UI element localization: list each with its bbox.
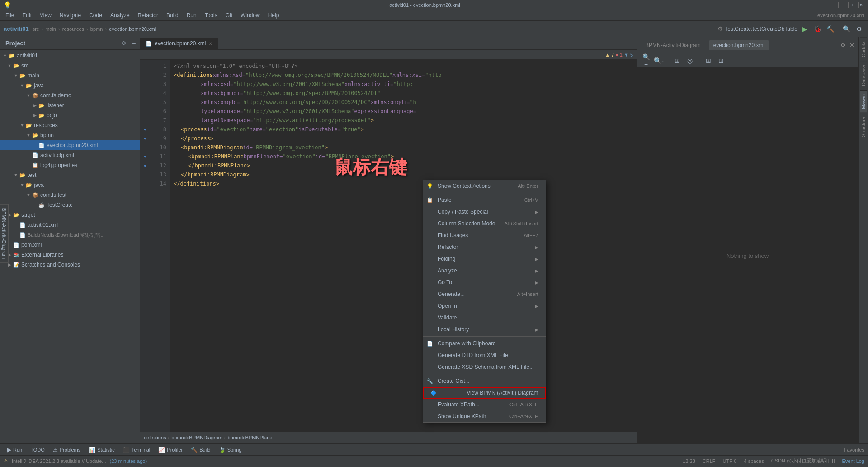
ctx-show-unique-xpath[interactable]: Show Unique XPath Ctrl+Alt+X, P [423, 410, 546, 422]
actual-size-btn[interactable]: ◎ [684, 55, 695, 66]
tree-item-bpmn[interactable]: ▼ 📂 bpmn [0, 130, 140, 140]
bottom-tool-run[interactable]: ▶ Run [4, 445, 26, 455]
ctx-folding[interactable]: Folding ▶ [423, 253, 546, 265]
menu-run[interactable]: Run [183, 11, 200, 19]
tree-item-pom[interactable]: 📄 pom.xml [0, 240, 140, 250]
ctx-find-usages[interactable]: Find Usages Alt+F7 [423, 229, 546, 241]
breadcrumb-bpmn-plane[interactable]: bpmndi:BPMNPlane [227, 435, 272, 440]
run-config-name[interactable]: TestCreate.testCreateDbTable [725, 26, 797, 32]
menu-git[interactable]: Git [222, 11, 236, 19]
side-tab-maven[interactable]: Maven [860, 90, 867, 113]
ctx-generate-dtd[interactable]: Generate DTD from XML File [423, 349, 546, 361]
right-tab-bpmn[interactable]: BPMN-Activiti-Diagram [641, 40, 705, 50]
menu-window[interactable]: Window [237, 11, 264, 19]
editor-tab-evection[interactable]: 📄 evection.bpmn20.xml ✕ [140, 38, 218, 49]
bottom-tool-problems[interactable]: ⚠ Problems [49, 445, 84, 455]
sidebar-minimize-btn[interactable]: ─ [130, 39, 138, 48]
maximize-button[interactable]: □ [848, 2, 854, 8]
menu-navigate[interactable]: Navigate [56, 11, 85, 19]
tree-item-scratches[interactable]: ▶ 📝 Scratches and Consoles [0, 260, 140, 270]
menu-tools[interactable]: Tools [201, 11, 221, 19]
menu-help[interactable]: Help [264, 11, 283, 19]
debug-button[interactable]: 🐞 [812, 24, 823, 34]
zoom-in-btn[interactable]: 🔍+ [641, 55, 651, 66]
ctx-paste[interactable]: 📋 Paste Ctrl+V [423, 194, 546, 206]
tree-item-ext-libs[interactable]: ▶ 📚 External Libraries [0, 250, 140, 260]
tree-item-evection-xml[interactable]: 📄 evection.bpmn20.xml [0, 140, 140, 150]
right-panel-close[interactable]: ✕ [849, 42, 854, 48]
menu-view[interactable]: View [36, 11, 55, 19]
bottom-tool-statistic[interactable]: 📊 Statistic [85, 445, 118, 455]
sidebar-settings-btn[interactable]: ⚙ [120, 39, 128, 48]
menu-code[interactable]: Code [85, 11, 106, 19]
tree-item-java-test[interactable]: ▼ 📂 java [0, 180, 140, 190]
status-event-log[interactable]: Event Log [842, 458, 864, 464]
close-button[interactable]: ✕ [858, 2, 864, 8]
tree-item-test[interactable]: ▼ 📂 test [0, 170, 140, 180]
ctx-create-gist[interactable]: 🔧 Create Gist... [423, 375, 546, 387]
status-indent[interactable]: 4 spaces [744, 458, 764, 464]
zoom-out-btn[interactable]: 🔍- [653, 55, 664, 66]
menu-file[interactable]: File [2, 11, 18, 19]
side-tab-database[interactable]: Database [860, 61, 867, 90]
settings-button[interactable]: ⚙ [854, 24, 864, 34]
tree-item-listener[interactable]: ▶ 📂 listener [0, 100, 140, 110]
status-crlf[interactable]: CRLF [703, 458, 716, 464]
ctx-compare-clipboard[interactable]: 📄 Compare with Clipboard [423, 338, 546, 349]
tree-item-main[interactable]: ▼ 📂 main [0, 71, 140, 81]
menu-build[interactable]: Build [163, 11, 182, 19]
main-crumb[interactable]: main [45, 26, 56, 32]
tree-item-activiti-cfg[interactable]: 📄 activiti.cfg.xml [0, 150, 140, 160]
ctx-go-to[interactable]: Go To ▶ [423, 276, 546, 288]
breadcrumb-definitions[interactable]: definitions [144, 435, 166, 440]
snap-btn[interactable]: ⊡ [716, 55, 726, 66]
tree-item-activiti01-xml[interactable]: 📄 activiti01.xml [0, 220, 140, 230]
tab-close-btn[interactable]: ✕ [208, 41, 212, 46]
tree-item-pojo[interactable]: ▶ 📂 pojo [0, 110, 140, 120]
ctx-evaluate-xpath[interactable]: Evaluate XPath... Ctrl+Alt+X, E [423, 399, 546, 410]
menu-refactor[interactable]: Refactor [134, 11, 162, 19]
ctx-validate[interactable]: Validate [423, 312, 546, 324]
favorites-side-label[interactable]: Favorites [844, 447, 864, 453]
bottom-tool-terminal[interactable]: ⬛ Terminal [119, 445, 154, 455]
right-tab-file[interactable]: evection.bpmn20.xml [709, 40, 769, 50]
menu-analyze[interactable]: Analyze [107, 11, 133, 19]
bottom-tool-profiler[interactable]: 📈 Profiler [155, 445, 186, 455]
side-tab-codota[interactable]: Codota [860, 37, 867, 61]
ctx-open-in[interactable]: Open In ▶ [423, 300, 546, 312]
search-everywhere-button[interactable]: 🔍 [841, 24, 852, 34]
run-button[interactable]: ▶ [799, 24, 810, 34]
bpmn-side-tab[interactable]: BPMN-Activiti-Diagram [0, 204, 9, 263]
status-encoding[interactable]: UTF-8 [723, 458, 737, 464]
right-panel-gear[interactable]: ⚙ [840, 42, 846, 48]
fit-btn[interactable]: ⊞ [672, 55, 683, 66]
ctx-generate-xsd[interactable]: Generate XSD Schema from XML File... [423, 361, 546, 373]
bottom-tool-spring[interactable]: 🍃 Spring [215, 445, 245, 455]
ctx-copy-paste-special[interactable]: Copy / Paste Special ▶ [423, 206, 546, 218]
ctx-column-selection[interactable]: Column Selection Mode Alt+Shift+Insert [423, 218, 546, 229]
status-update-link[interactable]: (23 minutes ago) [110, 458, 147, 464]
ctx-show-context-actions[interactable]: 💡 Show Context Actions Alt+Enter [423, 180, 546, 192]
tree-item-com-fs-test[interactable]: ▼ 📦 com.fs.test [0, 190, 140, 200]
grid-btn[interactable]: ⊞ [703, 55, 714, 66]
src-crumb[interactable]: src [33, 26, 39, 32]
tree-item-resources[interactable]: ▼ 📂 resources [0, 120, 140, 130]
ctx-refactor[interactable]: Refactor ▶ [423, 241, 546, 253]
minimize-button[interactable]: ─ [838, 2, 844, 8]
breadcrumb-bpmn-diagram[interactable]: bpmndi:BPMNDiagram [171, 435, 222, 440]
file-crumb[interactable]: evection.bpmn20.xml [109, 26, 156, 32]
bottom-tool-todo[interactable]: TODO [27, 445, 48, 455]
tree-item-root[interactable]: ▼ 📁 activiti01 [0, 51, 140, 61]
ctx-view-bpmn[interactable]: 🔷 View BPMN (Activiti) Diagram [423, 387, 546, 399]
resources-crumb[interactable]: resources [62, 26, 84, 32]
build-button[interactable]: 🔨 [825, 24, 835, 34]
tree-item-src[interactable]: ▼ 📂 src [0, 61, 140, 71]
tree-item-log4j[interactable]: 📋 log4j.properties [0, 160, 140, 170]
ctx-generate[interactable]: Generate... Alt+Insert [423, 288, 546, 300]
code-content[interactable]: <?xml version="1.0" encoding="UTF-8"?> <… [170, 60, 637, 432]
tree-item-com-fs-demo[interactable]: ▼ 📦 com.fs.demo [0, 91, 140, 100]
bpmn-crumb[interactable]: bpmn [90, 26, 103, 32]
ctx-analyze[interactable]: Analyze ▶ [423, 265, 546, 276]
tree-item-baidu[interactable]: 📄 BaiduNetdiskDownload混乱-乱码... [0, 230, 140, 240]
bottom-tool-build[interactable]: 🔨 Build [187, 445, 214, 455]
